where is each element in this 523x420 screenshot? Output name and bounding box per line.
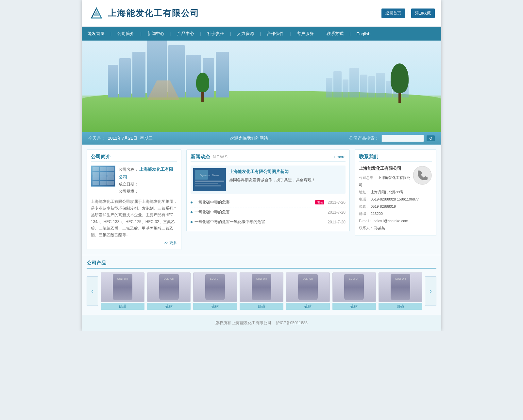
- product-img-label: SULFUR: [256, 277, 267, 280]
- search-button[interactable]: Q: [427, 135, 435, 141]
- product-image: SULFUR: [286, 272, 330, 302]
- nav-item-news[interactable]: 新闻中心: [142, 27, 170, 41]
- email-value: sales1@contake.com: [374, 219, 408, 223]
- product-image: SULFUR: [332, 272, 376, 302]
- img-row-4: [93, 181, 114, 185]
- news-title-cn: 新闻动态: [191, 154, 210, 160]
- site-title: 上海能发化工有限公司: [108, 8, 199, 19]
- intro-image: [91, 166, 115, 187]
- intro-section-title: 公司简介: [91, 154, 177, 162]
- img-cell: [100, 167, 106, 171]
- list-item: 一氧化碳中毒的危害 New 2011-7-20: [191, 198, 346, 207]
- carousel-prev-button[interactable]: ‹: [87, 276, 98, 306]
- search-area: 公司产品搜索： Q: [349, 135, 435, 142]
- nav-item-english[interactable]: English: [351, 27, 377, 41]
- phone-label: 电话：: [359, 197, 370, 201]
- news-item-title[interactable]: 一氧化碳中毒的危害: [194, 209, 324, 215]
- weekday-value: 星期三: [140, 135, 153, 141]
- tree-top-right: [391, 63, 409, 93]
- contact-section: 联系我们 上海能发化工有限公司 公司总部： 上海能发化工有限公司 地址： 上海丹…: [355, 149, 436, 236]
- contact-person: 联系人： 孙某某: [359, 224, 432, 232]
- product-img-label: SULFUR: [303, 277, 313, 280]
- tree-trunk-right: [398, 93, 401, 103]
- featured-title[interactable]: 上海能发化工有限公司图片新闻: [229, 168, 315, 175]
- nav-item-service[interactable]: 客户服务: [291, 27, 320, 41]
- product-item: SULFUR 硫磺: [193, 272, 237, 310]
- product-img-label: SULFUR: [117, 277, 128, 280]
- home-button[interactable]: 返回首页: [381, 9, 405, 18]
- featured-body: 愿同各界朋友发真诚合作，携手共进，共创辉煌！: [229, 177, 315, 183]
- news-badge: New: [315, 200, 324, 204]
- scale: 公司规模：: [119, 188, 177, 195]
- svg-rect-7: [195, 185, 221, 186]
- nav-item-partners[interactable]: 合作伙伴: [261, 27, 290, 41]
- nav-item-csr[interactable]: 社会责任: [201, 27, 230, 41]
- img-cell: [93, 181, 99, 185]
- header: 上海能发化工有限公司 返回首页 | 添加收藏: [82, 0, 441, 27]
- product-bag: SULFUR: [391, 274, 410, 300]
- list-item: 一氧化碳中毒的危害 2011-7-20: [191, 207, 346, 217]
- products-carousel: ‹ SULFUR 硫磺 SULFUR: [87, 272, 436, 310]
- carousel-next-button[interactable]: ›: [425, 276, 436, 306]
- contact-person-label: 联系人：: [359, 226, 373, 230]
- product-name[interactable]: 硫磺: [240, 303, 283, 310]
- img-cell: [100, 172, 106, 176]
- status-bar: 今天是： 2011年7月21日 星期三 欢迎光临我们的网站！ 公司产品搜索： Q: [82, 132, 441, 145]
- building-8: [216, 52, 229, 97]
- products-grid: SULFUR 硫磺 SULFUR 硫磺: [98, 272, 425, 310]
- product-name[interactable]: 硫磺: [147, 303, 191, 310]
- products-section: 公司产品 ‹ SULFUR 硫磺 SULFUR: [82, 255, 441, 315]
- bg-building-5: [360, 75, 367, 97]
- nav-item-about[interactable]: 公司简介: [111, 27, 140, 41]
- news-img-svg: Dynamic News: [193, 168, 226, 191]
- contact-phone: 电话： 0519-82888028 15861106877: [359, 196, 432, 203]
- bookmark-button[interactable]: 添加收藏: [411, 9, 435, 18]
- img-cell: [93, 167, 99, 171]
- nav-item-home[interactable]: 能发首页: [82, 27, 110, 41]
- product-img-label: SULFUR: [395, 277, 406, 280]
- phone-icon: [413, 166, 432, 185]
- news-item-title[interactable]: 一氧化碳中毒的危害: [194, 200, 313, 205]
- svg-rect-5: [195, 181, 224, 182]
- nav-item-products[interactable]: 产品中心: [171, 27, 200, 41]
- fax-label: 传真：: [359, 204, 370, 208]
- product-name[interactable]: 硫磺: [193, 303, 237, 310]
- building-1: [108, 65, 118, 97]
- contact-person-value: 孙某某: [374, 226, 385, 230]
- news-item-title[interactable]: 一氧化碳中毒的危害一氧化碳中毒的危害: [194, 219, 324, 225]
- company-name: 公司名称： 上海能发化工有限公司: [119, 166, 177, 181]
- header-actions: 返回首页 | 添加收藏: [381, 9, 435, 18]
- intro-header: 公司名称： 上海能发化工有限公司 成立日期： 公司规模：: [91, 166, 177, 195]
- news-title-en: NEWS: [213, 154, 228, 159]
- nav-item-hr[interactable]: 人力资源: [231, 27, 260, 41]
- nav-item-contact[interactable]: 联系方式: [321, 27, 349, 41]
- news-title-area: 新闻动态 NEWS: [191, 154, 228, 160]
- news-list: 一氧化碳中毒的危害 New 2011-7-20 一氧化碳中毒的危害 2011-7…: [191, 198, 346, 227]
- news-featured-content: 上海能发化工有限公司图片新闻 愿同各界朋友发真诚合作，携手共进，共创辉煌！: [229, 168, 315, 191]
- img-cell: [93, 172, 99, 176]
- search-input[interactable]: [381, 135, 424, 142]
- banner-tree-right: [391, 63, 409, 103]
- product-bag: SULFUR: [205, 274, 225, 300]
- img-cell: [93, 176, 99, 180]
- product-image: SULFUR: [147, 272, 191, 302]
- product-name[interactable]: 硫磺: [332, 303, 376, 310]
- fax-value: 0519-82888019: [371, 204, 396, 208]
- bullet-icon: [191, 211, 193, 213]
- img-cell: [107, 167, 114, 171]
- product-image: SULFUR: [240, 272, 283, 302]
- product-name[interactable]: 硫磺: [379, 303, 422, 310]
- img-row-2: [93, 172, 114, 176]
- bg-building-1: [326, 78, 332, 97]
- intro-body: 上海能发化工有限公司隶属于上海能发化学集团，是专业从事新型环保制冷剂、发泡剂、三…: [91, 198, 177, 238]
- product-item: SULFUR 硫磺: [286, 272, 330, 310]
- main-nav: 能发首页 | 公司简介 | 新闻中心 | 产品中心 | 社会责任 | 人力资源 …: [82, 27, 441, 41]
- product-name[interactable]: 硫磺: [101, 303, 144, 310]
- bg-building-3: [343, 79, 348, 97]
- search-label: 公司产品搜索：: [349, 135, 379, 141]
- product-item: SULFUR 硫磺: [101, 272, 144, 310]
- scale-label: 公司规模：: [119, 189, 138, 194]
- news-more-link[interactable]: + more: [333, 155, 346, 159]
- intro-more-link[interactable]: >> 更多: [164, 240, 177, 245]
- product-name[interactable]: 硫磺: [286, 303, 330, 310]
